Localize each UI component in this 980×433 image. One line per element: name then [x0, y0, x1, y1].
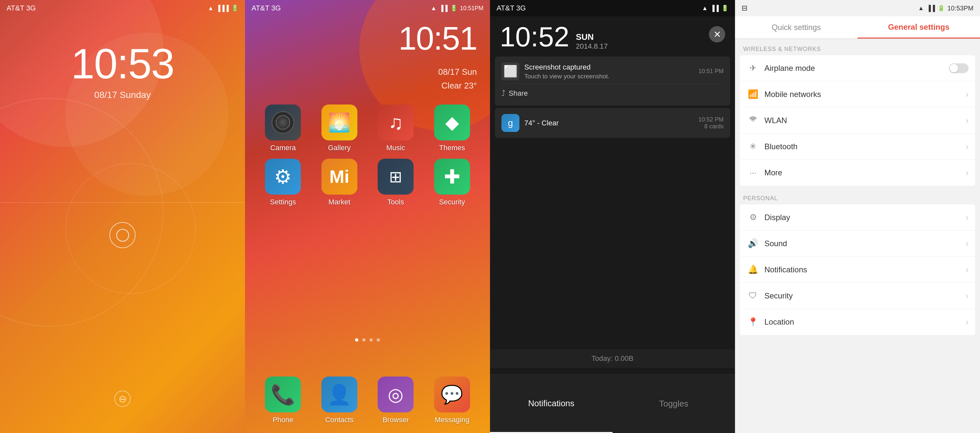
settings-status-icon: ⊟ — [741, 4, 748, 13]
settings-icon: ⚙ — [265, 159, 301, 195]
dock-browser[interactable]: ◎ Browser — [369, 376, 422, 424]
chevron-right-icon: › — [966, 212, 969, 223]
app-camera[interactable]: Camera — [257, 105, 309, 152]
app-market-label: Market — [328, 198, 350, 206]
notif-screenshot-time: 10:51 PM — [698, 68, 724, 75]
settings-item-notifications[interactable]: 🔔 Notifications › — [740, 257, 975, 283]
settings-group-wireless: ✈ Airplane mode 📶 Mobile networks › WLAN… — [740, 55, 975, 186]
tab-quick-settings[interactable]: Quick settings — [735, 16, 858, 38]
signal-icon: ▐▐ — [439, 5, 447, 12]
weather-title: 74° - Clear — [524, 119, 698, 127]
security-label: Security — [764, 291, 966, 300]
home-time-display: 10:51 — [399, 20, 477, 57]
dock-contacts[interactable]: 👤 Contacts — [313, 376, 366, 424]
dot-3 — [369, 338, 373, 341]
notif-screenshot-content: Screenshot captured Touch to view your s… — [524, 63, 695, 80]
wifi-icon: ▲ — [702, 5, 708, 12]
notif-carrier: AT&T 3G — [496, 4, 526, 13]
contacts-icon: 👤 — [321, 376, 357, 412]
settings-item-mobile[interactable]: 📶 Mobile networks › — [740, 81, 975, 108]
sound-icon: 🔊 — [746, 238, 759, 249]
lock-unlock-button[interactable] — [110, 222, 135, 248]
dot-1 — [355, 338, 358, 341]
tab-toggles[interactable]: Toggles — [612, 374, 735, 433]
app-themes[interactable]: ◆ Themes — [426, 105, 478, 152]
notification-screen: AT&T 3G ▲ ▐▐ 🔋 10:52 SUN 2014.8.17 ✕ ⬜ S… — [490, 0, 735, 433]
home-weather: Clear 23° — [438, 79, 477, 93]
app-camera-label: Camera — [270, 144, 296, 152]
camera-icon — [265, 105, 301, 140]
notif-weather-row: g 74° - Clear 10:52 PM 8 cards — [501, 114, 724, 132]
home-status-icons: ▲ ▐▐ 🔋 10:51PM — [431, 5, 484, 12]
battery-icon: 🔋 — [231, 5, 239, 12]
settings-section-personal: PERSONAL — [735, 189, 980, 205]
app-security[interactable]: ✚ Security — [426, 159, 478, 206]
app-settings[interactable]: ⚙ Settings — [257, 159, 309, 206]
settings-screen: ⊟ ▲ ▐▐ 🔋 10:53PM Quick settings General … — [735, 0, 980, 433]
chevron-right-icon: › — [966, 141, 969, 152]
wifi-icon: ▲ — [918, 5, 924, 12]
settings-item-more[interactable]: ··· More › — [740, 160, 975, 186]
dock-messaging[interactable]: 💬 Messaging — [426, 376, 478, 424]
wlan-label: WLAN — [764, 116, 966, 125]
settings-item-sound[interactable]: 🔊 Sound › — [740, 230, 975, 257]
app-security-label: Security — [439, 198, 465, 206]
dock-phone[interactable]: 📞 Phone — [257, 376, 309, 424]
signal-icon: ▐▐▐ — [216, 5, 229, 12]
wifi-icon: ▲ — [208, 5, 214, 12]
settings-item-display[interactable]: ⚙ Display › — [740, 205, 975, 230]
notif-card-screenshot[interactable]: ⬜ Screenshot captured Touch to view your… — [495, 57, 730, 105]
home-apps-grid: Camera 🌅 Gallery ♫ Music ◆ Themes — [245, 105, 490, 213]
chevron-right-icon: › — [966, 238, 969, 249]
home-apps-row-2: ⚙ Settings Mi Market ⊞ Tools ✚ Se — [255, 159, 480, 206]
notif-time-block: 10:52 SUN 2014.8.17 — [500, 23, 608, 51]
home-date-weather: 08/17 Sun Clear 23° — [438, 65, 477, 92]
settings-status-icons: ▲ ▐▐ 🔋 10:53PM — [918, 5, 974, 12]
dock-contacts-label: Contacts — [325, 416, 353, 424]
dock-browser-label: Browser — [382, 416, 409, 424]
lock-carrier: AT&T 3G — [6, 4, 36, 13]
weather-app-icon: g — [501, 114, 519, 132]
lock-screen: AT&T 3G ▲ ▐▐▐ 🔋 10:53 08/17 Sunday — [0, 0, 245, 433]
settings-item-wlan[interactable]: WLAN › — [740, 108, 975, 133]
weather-cards: 8 cards — [698, 123, 724, 130]
settings-item-security[interactable]: 🛡 Security › — [740, 283, 975, 309]
notif-time: 10:52 — [500, 23, 570, 51]
security-icon: ✚ — [434, 159, 470, 195]
battery-icon: 🔋 — [937, 5, 945, 12]
notif-card-weather[interactable]: g 74° - Clear 10:52 PM 8 cards — [495, 108, 730, 138]
tab-notifications[interactable]: Notifications — [490, 374, 612, 433]
home-apps-row-1: Camera 🌅 Gallery ♫ Music ◆ Themes — [255, 105, 480, 152]
lock-status-icons: ▲ ▐▐▐ 🔋 — [208, 5, 239, 12]
settings-section-wireless: WIRELESS & NETWORKS — [735, 39, 980, 55]
app-market[interactable]: Mi Market — [313, 159, 366, 206]
home-page-dots — [245, 338, 490, 341]
display-icon: ⚙ — [746, 212, 759, 222]
settings-time: 10:53PM — [947, 5, 974, 12]
weather-time: 10:52 PM — [698, 116, 724, 123]
chevron-right-icon: › — [966, 290, 969, 301]
airplane-toggle[interactable] — [949, 63, 969, 73]
app-gallery[interactable]: 🌅 Gallery — [313, 105, 366, 152]
tab-general-settings[interactable]: General settings — [858, 16, 980, 38]
lock-bottom-action[interactable] — [115, 390, 130, 407]
notif-share-row[interactable]: ⤴ Share — [501, 84, 724, 100]
notif-weather-content: 74° - Clear — [524, 119, 698, 127]
market-icon: Mi — [321, 159, 357, 195]
notif-card-screenshot-header: ⬜ Screenshot captured Touch to view your… — [501, 62, 724, 80]
data-usage-text: Today: 0.00B — [592, 354, 633, 362]
notif-close-button[interactable]: ✕ — [709, 26, 725, 43]
lock-time-display: 10:53 — [0, 39, 245, 88]
battery-icon: 🔋 — [721, 5, 729, 12]
app-music[interactable]: ♫ Music — [369, 105, 422, 152]
settings-item-location[interactable]: 📍 Location › — [740, 309, 975, 335]
mobile-networks-label: Mobile networks — [764, 90, 966, 99]
settings-item-airplane[interactable]: ✈ Airplane mode — [740, 55, 975, 81]
app-settings-label: Settings — [270, 198, 296, 206]
share-icon: ⤴ — [501, 89, 505, 98]
browser-icon: ◎ — [378, 376, 414, 412]
settings-item-bluetooth[interactable]: ✳ Bluetooth › — [740, 133, 975, 160]
app-tools[interactable]: ⊞ Tools — [369, 159, 422, 206]
settings-group-personal: ⚙ Display › 🔊 Sound › 🔔 Notifications › … — [740, 205, 975, 335]
tools-icon: ⊞ — [378, 159, 414, 195]
